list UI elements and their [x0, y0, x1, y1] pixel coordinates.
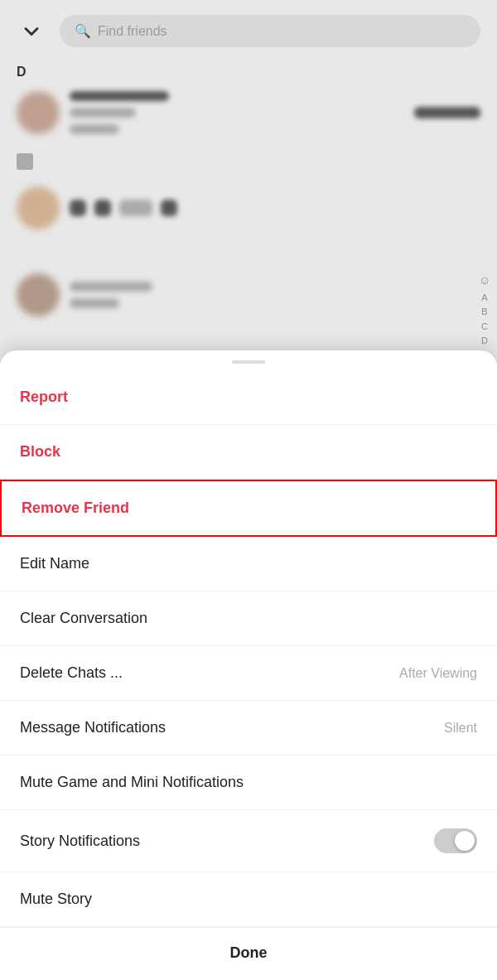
mute-game-notifications-menu-item[interactable]: Mute Game and Mini Notifications — [0, 756, 497, 810]
report-label: Report — [20, 389, 68, 406]
name-blur — [70, 91, 169, 101]
icon-blur — [94, 200, 111, 216]
message-notifications-label: Message Notifications — [20, 719, 166, 736]
mute-game-notifications-label: Mute Game and Mini Notifications — [20, 774, 244, 791]
index-letter-d[interactable]: D — [481, 335, 488, 347]
block-label: Block — [20, 443, 60, 461]
delete-chats-value: After Viewing — [399, 666, 477, 681]
search-bar[interactable]: 🔍 Find friends — [60, 15, 480, 47]
edit-name-label: Edit Name — [20, 555, 89, 572]
block-menu-item[interactable]: Block — [0, 425, 497, 480]
avatar — [17, 186, 60, 229]
chevron-down-icon[interactable] — [17, 17, 46, 46]
icon-blur — [119, 200, 152, 216]
icon-blur — [161, 200, 177, 216]
done-label: Done — [230, 944, 268, 962]
section-label-d: D — [17, 65, 27, 80]
search-icon: 🔍 — [75, 23, 91, 39]
remove-friend-menu-item[interactable]: Remove Friend — [0, 480, 497, 537]
report-menu-item[interactable]: Report — [0, 370, 497, 425]
subtitle-blur — [70, 108, 136, 118]
remove-friend-label: Remove Friend — [22, 500, 129, 517]
avatar — [17, 273, 60, 316]
pull-handle — [232, 360, 265, 364]
index-letter-c[interactable]: C — [481, 321, 488, 333]
action-blur — [414, 107, 480, 118]
index-letter-a[interactable]: A — [481, 292, 487, 304]
index-letter-b[interactable]: B — [481, 306, 487, 318]
message-notifications-value: Silent — [444, 721, 477, 736]
done-button[interactable]: Done — [0, 927, 497, 978]
detail-blur — [70, 124, 119, 134]
top-bar: 🔍 Find friends — [0, 0, 497, 57]
list-item — [0, 83, 497, 142]
index-letters: ☺ A B C D — [479, 273, 490, 348]
clear-conversation-label: Clear Conversation — [20, 610, 147, 627]
search-placeholder: Find friends — [98, 24, 167, 39]
message-notifications-menu-item[interactable]: Message Notifications Silent — [0, 701, 497, 756]
emoji-icon: ☺ — [479, 273, 490, 287]
delete-chats-menu-item[interactable]: Delete Chats ... After Viewing — [0, 646, 497, 701]
list-item — [0, 178, 497, 238]
detail-blur — [70, 298, 119, 308]
mute-story-label: Mute Story — [20, 891, 92, 908]
delete-chats-label: Delete Chats ... — [20, 664, 123, 682]
small-avatar — [17, 153, 33, 170]
icon-blur — [70, 200, 86, 216]
list-item — [0, 265, 497, 325]
toggle-knob — [455, 831, 475, 851]
story-notifications-menu-item[interactable]: Story Notifications — [0, 810, 497, 872]
story-notifications-label: Story Notifications — [20, 833, 140, 850]
story-notifications-toggle[interactable] — [434, 828, 477, 853]
edit-name-menu-item[interactable]: Edit Name — [0, 537, 497, 591]
name-blur — [70, 282, 152, 292]
bottom-sheet: Report Block Remove Friend Edit Name Cle… — [0, 350, 497, 980]
avatar — [17, 91, 60, 134]
mute-story-menu-item[interactable]: Mute Story — [0, 872, 497, 927]
clear-conversation-menu-item[interactable]: Clear Conversation — [0, 591, 497, 646]
